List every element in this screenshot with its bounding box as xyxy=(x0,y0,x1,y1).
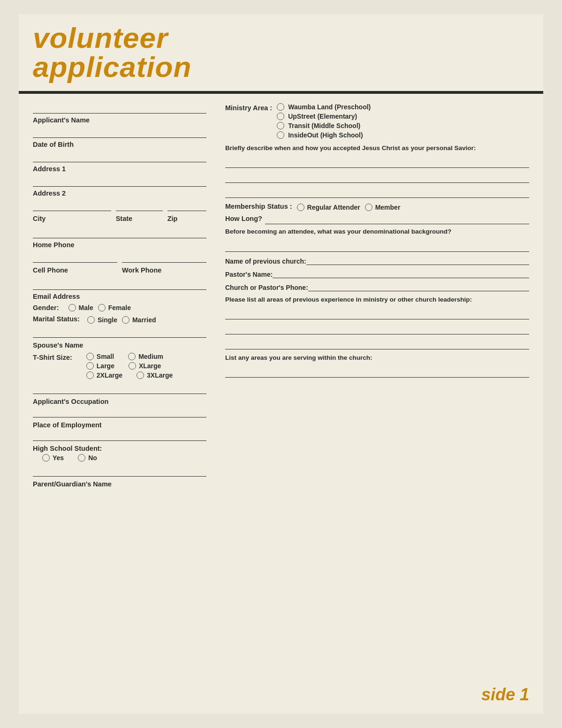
city-state-zip-group: City State Zip xyxy=(33,201,206,224)
marital-single-label: Single xyxy=(98,316,117,324)
gender-group: Gender: Male Female xyxy=(33,304,206,311)
how-long-line xyxy=(265,215,529,224)
hs-yes-label: Yes xyxy=(53,454,64,462)
answer-line-2 xyxy=(225,172,529,183)
cell-work-row xyxy=(33,252,206,265)
right-column: Ministry Area : Waumba Land (Preschool) … xyxy=(216,99,543,496)
tshirt-small-option[interactable]: Small xyxy=(86,353,114,360)
tshirt-medium-radio[interactable] xyxy=(128,353,136,360)
membership-member-radio[interactable] xyxy=(365,204,372,211)
tshirt-small-radio[interactable] xyxy=(86,353,94,360)
tshirt-3xlarge-label: 3XLarge xyxy=(147,372,173,379)
tshirt-xlarge-radio[interactable] xyxy=(129,362,136,370)
hs-yes-radio[interactable] xyxy=(42,454,50,462)
marital-line xyxy=(33,327,206,338)
membership-regular-label: Regular Attender xyxy=(307,204,360,211)
ministry-label-2: Transit (Middle School) xyxy=(288,122,360,129)
answer-line-3 xyxy=(225,187,529,198)
city-label: City xyxy=(33,215,111,222)
spouse-group: Spouse's Name xyxy=(33,341,206,349)
gender-row: Gender: Male Female xyxy=(33,304,206,311)
ministry-exp-line-1 xyxy=(225,308,529,319)
marital-married-radio[interactable] xyxy=(122,316,129,324)
occupation-label: Applicant's Occupation xyxy=(33,398,206,405)
prev-church-group: Name of previous church: xyxy=(225,256,529,265)
ministry-option-3[interactable]: InsideOut (High School) xyxy=(277,131,371,139)
membership-regular-radio[interactable] xyxy=(297,204,304,211)
hs-yes-option[interactable]: Yes xyxy=(42,454,64,462)
zip-line xyxy=(167,201,206,211)
state-line xyxy=(116,201,163,211)
church-phone-line xyxy=(308,282,529,291)
tshirt-large-option[interactable]: Large xyxy=(86,362,114,370)
hs-no-radio[interactable] xyxy=(78,454,85,462)
tshirt-row1: Small Medium xyxy=(86,353,173,360)
gender-male-option[interactable]: Male xyxy=(68,304,93,311)
gender-male-label: Male xyxy=(79,304,93,311)
how-long-label: How Long? xyxy=(225,215,262,222)
city-line xyxy=(33,201,111,211)
gender-female-radio[interactable] xyxy=(98,304,106,311)
ministry-option-1[interactable]: UpStreet (Elementary) xyxy=(277,113,371,120)
tshirt-line xyxy=(33,384,206,394)
tshirt-2xlarge-option[interactable]: 2XLarge xyxy=(86,372,122,379)
tshirt-3xlarge-option[interactable]: 3XLarge xyxy=(137,372,173,379)
membership-regular-option[interactable]: Regular Attender xyxy=(297,204,360,211)
tshirt-3xlarge-radio[interactable] xyxy=(137,372,144,379)
highschool-group: High School Student: Yes No xyxy=(33,445,206,477)
applicants-name-group: Applicant's Name xyxy=(33,103,206,124)
address2-group: Address 2 xyxy=(33,176,206,197)
ministry-option-0[interactable]: Waumba Land (Preschool) xyxy=(277,103,371,111)
serving-group: List any areas you are serving within th… xyxy=(225,353,529,378)
gender-male-radio[interactable] xyxy=(68,304,76,311)
ministry-radio-0[interactable] xyxy=(277,103,284,111)
cell-work-labels: Cell Phone Work Phone xyxy=(33,266,206,276)
highschool-label: High School Student: xyxy=(33,445,206,452)
email-label: Email Address xyxy=(33,293,206,300)
tshirt-xlarge-option[interactable]: XLarge xyxy=(129,362,161,370)
denominational-line xyxy=(225,241,529,252)
highschool-row: Yes No xyxy=(42,454,206,462)
membership-member-option[interactable]: Member xyxy=(365,204,401,211)
dob-label: Date of Birth xyxy=(33,141,206,148)
marital-single-option[interactable]: Single xyxy=(87,316,117,324)
email-group: Email Address xyxy=(33,280,206,300)
marital-married-option[interactable]: Married xyxy=(122,316,156,324)
ministry-radio-2[interactable] xyxy=(277,122,284,129)
ministry-option-2[interactable]: Transit (Middle School) xyxy=(277,122,371,129)
ministry-label-0: Waumba Land (Preschool) xyxy=(288,103,371,111)
tshirt-medium-label: Medium xyxy=(138,353,163,360)
spouse-label: Spouse's Name xyxy=(33,341,206,349)
left-column: Applicant's Name Date of Birth Address 1… xyxy=(19,99,216,496)
serving-line-1 xyxy=(225,366,529,378)
dob-group: Date of Birth xyxy=(33,128,206,148)
gender-label: Gender: xyxy=(33,304,59,311)
marital-row: Marital Status: Single Married xyxy=(33,315,206,325)
header: volunteer application xyxy=(19,14,543,86)
tshirt-2xlarge-radio[interactable] xyxy=(86,372,94,379)
hs-no-option[interactable]: No xyxy=(78,454,97,462)
gender-female-option[interactable]: Female xyxy=(98,304,131,311)
answer-line-1 xyxy=(225,157,529,168)
tshirt-medium-option[interactable]: Medium xyxy=(128,353,163,360)
occupation-line xyxy=(33,407,206,417)
ministry-radio-1[interactable] xyxy=(277,113,284,120)
ministry-label-3: InsideOut (High School) xyxy=(288,131,363,139)
title-application: application xyxy=(33,53,529,82)
city-field xyxy=(33,201,111,214)
pastor-name-label: Pastor's Name: xyxy=(225,271,273,278)
pastor-name-line xyxy=(273,269,529,278)
occupation-group: Applicant's Occupation xyxy=(33,398,206,417)
home-phone-label: Home Phone xyxy=(33,241,206,249)
tshirt-large-radio[interactable] xyxy=(86,362,94,370)
tshirt-label: T-Shirt Size: xyxy=(33,353,72,361)
city-state-zip-row xyxy=(33,201,206,214)
membership-section: Membership Status : Regular Attender Mem… xyxy=(225,203,529,212)
title-volunteer: volunteer xyxy=(33,23,529,53)
ministry-exp-group: Please list all areas of previous experi… xyxy=(225,295,529,349)
marital-single-radio[interactable] xyxy=(87,316,95,324)
tshirt-options: Small Medium Large xyxy=(86,353,173,379)
church-phone-row: Church or Pastor's Phone: xyxy=(225,282,529,291)
ministry-radio-3[interactable] xyxy=(277,131,284,139)
ministry-area-section: Ministry Area : Waumba Land (Preschool) … xyxy=(225,103,529,139)
